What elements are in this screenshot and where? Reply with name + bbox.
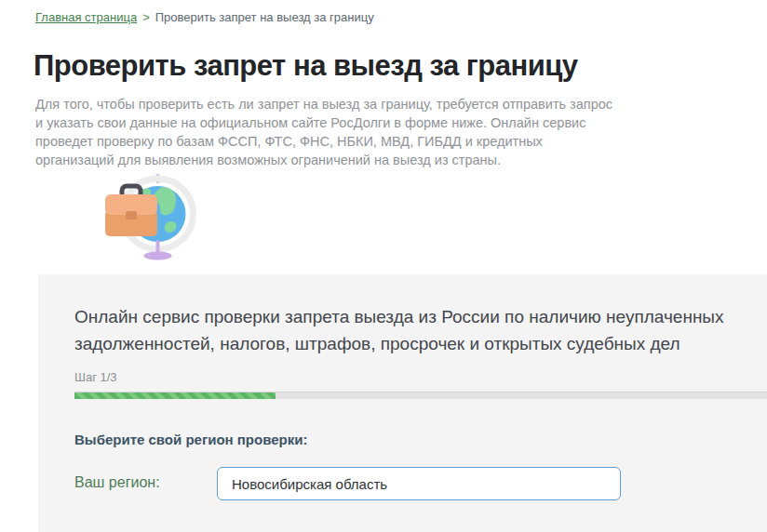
region-prompt: Выберите свой регион проверки: bbox=[74, 432, 307, 447]
region-input[interactable] bbox=[217, 467, 621, 500]
breadcrumb-current: Проверить запрет на выезд за границу bbox=[155, 10, 374, 24]
service-panel: Онлайн сервис проверки запрета выезда из… bbox=[38, 274, 767, 532]
step-label: Шаг 1/3 bbox=[74, 370, 117, 384]
breadcrumb-separator: > bbox=[142, 10, 150, 24]
panel-heading: Онлайн сервис проверки запрета выезда из… bbox=[74, 303, 745, 357]
breadcrumb-home-link[interactable]: Главная страница bbox=[35, 10, 137, 24]
globe-briefcase-illustration bbox=[99, 173, 203, 266]
region-label: Ваш регион: bbox=[74, 474, 160, 491]
progress-bar bbox=[74, 392, 767, 399]
page-description: Для того, чтобы проверить есть ли запрет… bbox=[35, 95, 614, 169]
progress-fill bbox=[74, 392, 276, 399]
breadcrumb: Главная страница>Проверить запрет на вые… bbox=[35, 10, 374, 24]
page-title: Проверить запрет на выезд за границу bbox=[34, 49, 578, 83]
page: Главная страница>Проверить запрет на вые… bbox=[0, 0, 767, 532]
